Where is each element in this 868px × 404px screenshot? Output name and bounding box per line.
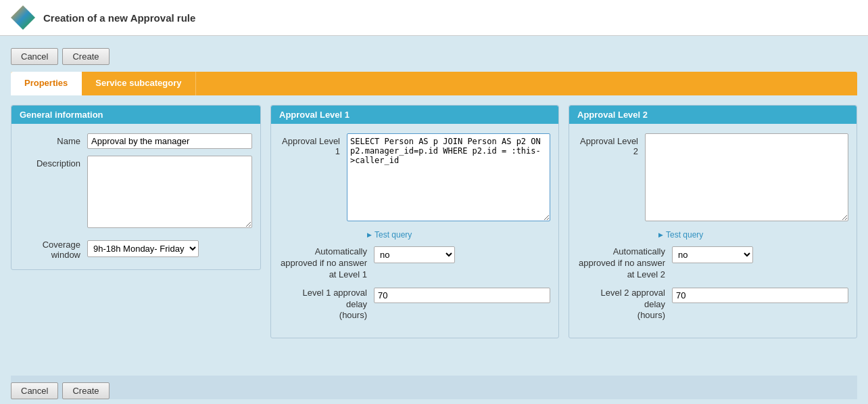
level2-sql-row: Approval Level 2: [577, 133, 848, 223]
coverage-row: Coverage window 9h-18h Monday- Friday 24…: [20, 237, 252, 260]
level1-auto-approve-wrap: no yes: [374, 246, 550, 263]
tabs-container: Properties Service subcategory: [11, 72, 857, 95]
level2-delay-row: Level 2 approval delay(hours): [577, 288, 848, 322]
columns-layout: General information Name Description: [11, 105, 857, 338]
footer-toolbar: Cancel Create: [11, 376, 857, 399]
name-row: Name: [20, 133, 252, 149]
level2-delay-label: Level 2 approval delay(hours): [577, 288, 672, 322]
level1-test-query-link[interactable]: Test query: [367, 230, 550, 240]
description-field-wrap: [87, 156, 252, 230]
general-info-panel: General information Name Description: [11, 105, 261, 270]
page-title: Creation of a new Approval rule: [43, 12, 195, 24]
level2-sql-label: Approval Level 2: [577, 133, 645, 156]
coverage-field-wrap: 9h-18h Monday- Friday 24/7 Custom: [87, 240, 252, 257]
level1-delay-label: Level 1 approval delay(hours): [279, 288, 374, 322]
approval-level2-body: Approval Level 2 Test query Automaticall…: [569, 133, 857, 321]
level2-test-query-link[interactable]: Test query: [658, 230, 848, 240]
description-label: Description: [20, 156, 87, 169]
page-header: Creation of a new Approval rule: [0, 0, 868, 36]
level1-auto-approve-label: Automaticallyapproved if no answerat Lev…: [279, 246, 374, 281]
level2-sql-textarea[interactable]: [645, 133, 848, 221]
level2-auto-approve-select[interactable]: no yes: [672, 246, 753, 263]
level1-test-query-row: Test query: [279, 230, 550, 240]
approval-level1-body: Approval Level 1 SELECT Person AS p JOIN…: [271, 133, 558, 321]
general-info-body: Name Description Coverage: [11, 133, 260, 260]
top-cancel-button[interactable]: Cancel: [11, 48, 58, 65]
level1-delay-wrap: [374, 288, 550, 303]
footer-cancel-button[interactable]: Cancel: [11, 382, 58, 399]
level2-auto-approve-row: Automaticallyapproved if no answerat Lev…: [577, 246, 848, 281]
name-label: Name: [20, 133, 87, 146]
approval-level2-header: Approval Level 2: [569, 106, 857, 124]
coverage-window-select[interactable]: 9h-18h Monday- Friday 24/7 Custom: [87, 240, 199, 257]
level2-delay-wrap: [672, 288, 848, 303]
approval-level1-header: Approval Level 1: [271, 106, 558, 124]
level1-sql-wrap: SELECT Person AS p JOIN Person AS p2 ON …: [347, 133, 550, 223]
level1-auto-approve-row: Automaticallyapproved if no answerat Lev…: [279, 246, 550, 281]
footer-create-button[interactable]: Create: [62, 382, 109, 399]
main-container: Cancel Create Properties Service subcate…: [0, 36, 868, 404]
level2-sql-wrap: [645, 133, 848, 223]
general-info-header: General information: [11, 106, 260, 124]
level2-auto-approve-wrap: no yes: [672, 246, 848, 263]
coverage-label: Coverage window: [20, 237, 87, 260]
level1-sql-label: Approval Level 1: [279, 133, 347, 156]
description-textarea[interactable]: [87, 156, 252, 228]
level1-auto-approve-select[interactable]: no yes: [374, 246, 455, 263]
top-toolbar: Cancel Create: [11, 43, 857, 72]
tab-content-properties: General information Name Description: [11, 95, 857, 376]
top-create-button[interactable]: Create: [62, 48, 109, 65]
name-field-wrap: [87, 133, 252, 149]
level1-sql-row: Approval Level 1 SELECT Person AS p JOIN…: [279, 133, 550, 223]
approval-level1-panel: Approval Level 1 Approval Level 1 SELECT…: [270, 105, 559, 338]
tab-service-subcategory[interactable]: Service subcategory: [82, 72, 195, 95]
level1-sql-textarea[interactable]: SELECT Person AS p JOIN Person AS p2 ON …: [347, 133, 550, 221]
level2-auto-approve-label: Automaticallyapproved if no answerat Lev…: [577, 246, 672, 281]
tab-properties[interactable]: Properties: [11, 72, 82, 95]
level2-test-query-row: Test query: [577, 230, 848, 240]
level2-delay-input[interactable]: [672, 288, 848, 303]
name-input[interactable]: [87, 133, 252, 149]
level1-delay-row: Level 1 approval delay(hours): [279, 288, 550, 322]
approval-level2-panel: Approval Level 2 Approval Level 2 Test q…: [569, 105, 857, 338]
app-icon: [11, 5, 35, 30]
level1-delay-input[interactable]: [374, 288, 550, 303]
description-row: Description: [20, 156, 252, 230]
